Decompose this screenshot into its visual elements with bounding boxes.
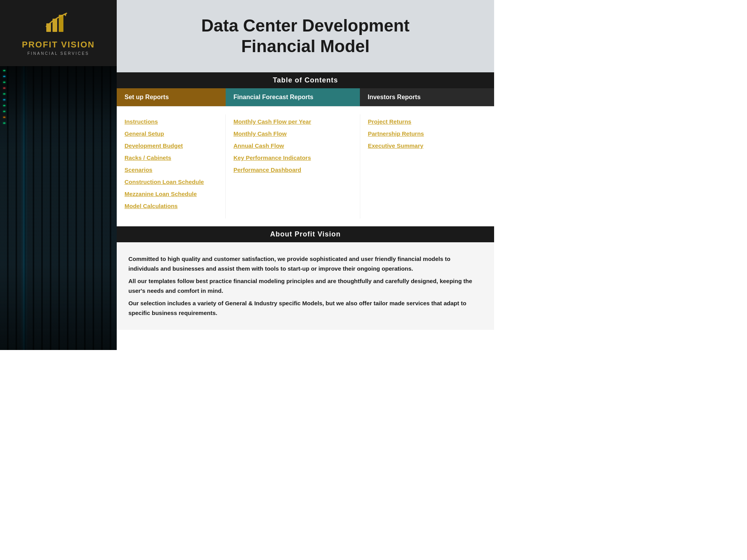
toc-link-col2_links-0[interactable]: Monthly Cash Flow per Year [233,118,352,125]
rack-light-5 [3,93,5,94]
title-line1: Data Center Development [201,16,409,36]
title-line2: Financial Model [201,36,409,57]
toc-link-col1_links-3[interactable]: Racks / Cabinets [124,154,217,161]
toc-link-col3_links-2[interactable]: Executive Summary [368,142,487,149]
brand-sub-text: FINANCIAL SERVICES [27,51,89,56]
about-header: About Profit Vision [117,226,494,242]
toc-link-col2_links-4[interactable]: Performance Dashboard [233,166,352,173]
toc-col-investors: Project ReturnsPartnership ReturnsExecut… [360,114,494,219]
toc-link-col2_links-2[interactable]: Annual Cash Flow [233,142,352,149]
sidebar: PROFIT VISION FINANCIAL SERVICES [0,0,117,350]
toc-link-col2_links-1[interactable]: Monthly Cash Flow [233,130,352,137]
rack-light-1 [3,70,5,71]
toc-col1-label: Set up Reports [124,94,169,101]
rack-light-7 [3,105,5,106]
about-label: About Profit Vision [270,230,341,238]
main-content: Data Center Development Financial Model … [117,0,494,350]
about-content: Committed to high quality and customer s… [117,242,494,330]
toc-link-col1_links-7[interactable]: Model Calculations [124,203,217,209]
profit-vision-logo-icon [45,12,72,35]
about-p2: All our templates follow best practice f… [128,276,482,296]
about-p3: Our selection includes a variety of Gene… [128,298,482,318]
toc-link-col1_links-0[interactable]: Instructions [124,118,217,125]
toc-link-col1_links-2[interactable]: Development Budget [124,142,217,149]
toc-col-setup: InstructionsGeneral SetupDevelopment Bud… [117,114,226,219]
toc-col-header-forecast: Financial Forecast Reports [226,88,360,106]
page-wrapper: PROFIT VISION FINANCIAL SERVICES Data Ce… [0,0,494,350]
toc-col-header-setup: Set up Reports [117,88,226,106]
brand-name-text: PROFIT VISION [22,40,95,49]
main-title: Data Center Development Financial Model [201,16,409,57]
brand-name: PROFIT VISION [22,40,95,50]
toc-col-header-investors: Investors Reports [360,88,494,106]
header-section: Data Center Development Financial Model [117,0,494,72]
toc-links-area: InstructionsGeneral SetupDevelopment Bud… [117,107,494,226]
toc-label: Table of Contents [273,76,338,84]
toc-link-col1_links-5[interactable]: Construction Loan Schedule [124,178,217,185]
toc-link-col3_links-0[interactable]: Project Returns [368,118,487,125]
toc-link-col1_links-1[interactable]: General Setup [124,130,217,137]
toc-col2-label: Financial Forecast Reports [233,94,313,101]
rack-light-3 [3,82,5,83]
rack-light-8 [3,111,5,112]
rack-light-4 [3,88,5,89]
sidebar-overlay [0,66,117,350]
toc-link-col2_links-3[interactable]: Key Performance Indicators [233,154,352,161]
toc-section-header: Table of Contents [117,72,494,88]
rack-light-2 [3,76,5,77]
toc-link-col1_links-6[interactable]: Mezzanine Loan Schedule [124,191,217,197]
toc-headers: Set up Reports Financial Forecast Report… [117,88,494,107]
logo-area: PROFIT VISION FINANCIAL SERVICES [0,0,117,63]
toc-col3-label: Investors Reports [368,94,421,101]
toc-col-forecast: Monthly Cash Flow per YearMonthly Cash F… [226,114,360,219]
toc-link-col1_links-4[interactable]: Scenarios [124,166,217,173]
rack-light-10 [3,122,5,124]
about-p1: Committed to high quality and customer s… [128,254,482,274]
rack-light-6 [3,99,5,100]
toc-link-col3_links-1[interactable]: Partnership Returns [368,130,487,137]
rack-light-9 [3,117,5,118]
rack-lights [3,70,5,124]
